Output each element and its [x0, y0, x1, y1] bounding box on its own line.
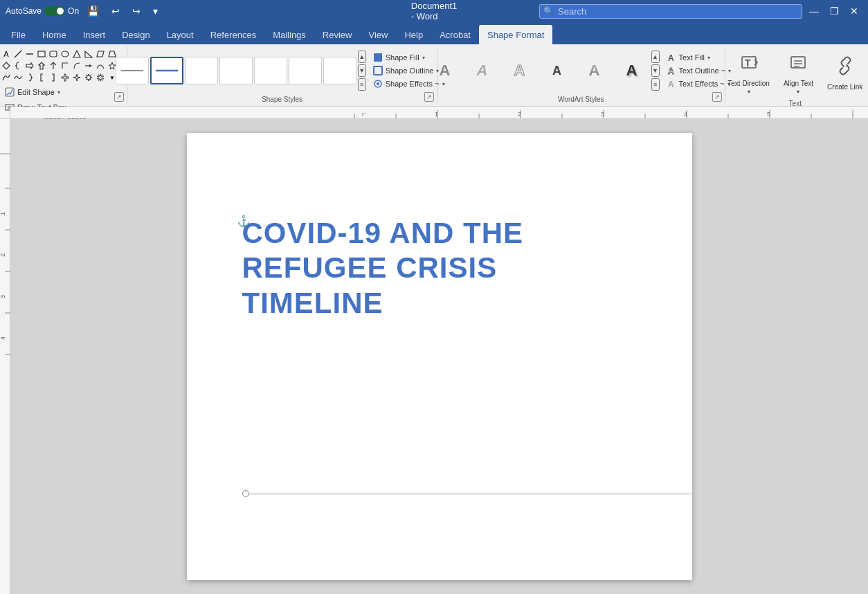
undo-button[interactable]: ↩	[107, 4, 124, 18]
shape-text[interactable]: A	[1, 48, 12, 60]
shape-gallery-items	[116, 57, 356, 84]
tab-layout[interactable]: Layout	[159, 25, 202, 44]
tab-insert[interactable]: Insert	[75, 25, 114, 44]
gallery-scroll-up[interactable]: ▲	[358, 51, 366, 63]
shape-star4[interactable]	[71, 72, 82, 83]
wordart-items: A A A A A A	[427, 58, 650, 83]
shape-rect[interactable]	[36, 48, 47, 60]
anchor-icon: ⚓	[237, 215, 251, 228]
svg-text:2: 2	[518, 111, 521, 118]
doc-separator-line	[242, 490, 692, 497]
restore-button[interactable]: ❐	[826, 4, 843, 18]
svg-text:5: 5	[767, 111, 770, 118]
shape-diamond[interactable]	[1, 60, 12, 71]
search-input[interactable]	[539, 4, 802, 19]
shape-style-2[interactable]	[150, 57, 183, 84]
shape-freeform[interactable]	[1, 72, 12, 83]
shape-line-diag[interactable]	[12, 48, 24, 60]
close-button[interactable]: ✕	[846, 4, 862, 18]
wordart-styles-label: WordArt Styles	[558, 94, 604, 103]
text-group-content: T Text Direction ▾ Align Text	[722, 47, 868, 98]
wordart-style-3[interactable]: A	[502, 58, 538, 83]
create-link-button[interactable]: Create Link	[822, 48, 868, 97]
shape-rounded-rect[interactable]	[48, 48, 59, 60]
shape-gallery-scroll: ▲ ▼ ≡	[358, 51, 366, 91]
shape-style-1[interactable]	[116, 57, 149, 84]
shape-connector-elbow[interactable]	[60, 60, 71, 71]
svg-text:4: 4	[684, 111, 687, 118]
tab-mailings[interactable]: Mailings	[264, 25, 314, 44]
minimize-button[interactable]: —	[805, 4, 823, 18]
shape-arrow-up[interactable]	[36, 60, 47, 71]
shape-arrow-right[interactable]	[24, 60, 35, 71]
shape-star8[interactable]	[83, 72, 94, 83]
shape-oval[interactable]	[60, 48, 71, 60]
shape-gallery-wrap: ▲ ▼ ≡	[116, 51, 366, 91]
shape-brace-right[interactable]	[24, 72, 35, 83]
autosave-toggle[interactable]: AutoSave On	[6, 6, 79, 16]
gallery-scroll-more[interactable]: ▼	[358, 64, 366, 77]
shape-fill-label: Shape Fill	[386, 53, 419, 62]
ruler-vertical: 1 2 3 4	[0, 119, 10, 594]
wordart-dialog[interactable]: ↗	[712, 92, 722, 102]
gallery-scroll-all[interactable]: ≡	[358, 78, 366, 91]
shape-curve[interactable]	[12, 72, 24, 83]
shape-style-4[interactable]	[219, 57, 253, 84]
doc-page: ⚓ COVID-19 AND THE REFUGEE CRISIS TIMELI…	[187, 133, 692, 580]
search-wrap: 🔍	[539, 4, 802, 19]
main-area: 1 2 3 4 ⚓ COVID-19 AND THE REFUGEE CRISI…	[0, 119, 868, 594]
shape-style-6[interactable]	[289, 57, 322, 84]
shape-connector-curve[interactable]	[71, 60, 82, 71]
shape-style-7[interactable]	[323, 57, 356, 84]
shape-styles-label: Shape Styles	[262, 94, 302, 103]
wordart-style-1[interactable]: A	[427, 58, 463, 83]
shape-connector-arrow[interactable]	[83, 60, 94, 71]
shape-plus[interactable]	[60, 72, 71, 83]
tab-shapeformat[interactable]: Shape Format	[479, 25, 552, 44]
wordart-scroll-all[interactable]: ≡	[651, 78, 660, 91]
shape-style-3[interactable]	[185, 57, 218, 84]
shape-right-triangle[interactable]	[83, 48, 94, 60]
shape-brace-left[interactable]	[12, 60, 24, 71]
shape-line[interactable]	[24, 48, 35, 60]
wordart-style-4[interactable]: A	[539, 58, 575, 83]
customize-qat-button[interactable]: ▾	[149, 4, 162, 18]
svg-rect-19	[6, 88, 14, 96]
svg-text:4: 4	[0, 336, 6, 340]
edit-shape-button[interactable]: Edit Shape ▾	[1, 86, 129, 98]
wordart-style-6[interactable]: A	[614, 58, 650, 83]
svg-text:⌐: ⌐	[362, 110, 366, 118]
tab-design[interactable]: Design	[114, 25, 158, 44]
text-direction-button[interactable]: T Text Direction ▾	[722, 48, 775, 97]
shape-arrow-bent[interactable]	[48, 60, 59, 71]
wordart-style-2[interactable]: A	[464, 58, 500, 83]
shape-starburst[interactable]	[95, 72, 106, 83]
redo-button[interactable]: ↪	[128, 4, 145, 18]
shape-bracket-right[interactable]	[48, 72, 59, 83]
shape-triangle[interactable]	[71, 48, 82, 60]
tab-review[interactable]: Review	[314, 25, 361, 44]
shape-style-5[interactable]	[254, 57, 287, 84]
wordart-scroll-up[interactable]: ▲	[651, 51, 660, 63]
align-text-button[interactable]: Align Text ▾	[778, 48, 819, 97]
autosave-label: AutoSave	[6, 6, 42, 16]
tab-references[interactable]: References	[202, 25, 264, 44]
wordart-style-5[interactable]: A	[577, 58, 613, 83]
tab-view[interactable]: View	[360, 25, 396, 44]
shape-bracket-left[interactable]	[36, 72, 47, 83]
shape-arc[interactable]	[95, 60, 106, 71]
tab-file[interactable]: File	[3, 25, 34, 44]
save-button[interactable]: 💾	[83, 4, 103, 18]
autosave-pill[interactable]	[44, 6, 65, 16]
title-bar-right: 🔍 — ❐ ✕	[462, 4, 862, 19]
wordart-styles-group: A A A A A A ▲ ▼ ≡ A T	[437, 46, 725, 105]
tab-help[interactable]: Help	[396, 25, 431, 44]
svg-rect-30	[374, 53, 382, 62]
text-direction-label: Text Direction	[727, 80, 770, 87]
tab-home[interactable]: Home	[34, 25, 75, 44]
shape-styles-content: ▲ ▼ ≡ Shape Fill ▾ Shape Outline ▾	[116, 47, 449, 94]
shape-parallelogram[interactable]	[95, 48, 106, 60]
svg-marker-5	[73, 51, 80, 57]
tab-acrobat[interactable]: Acrobat	[431, 25, 479, 44]
wordart-scroll-down[interactable]: ▼	[651, 64, 660, 77]
